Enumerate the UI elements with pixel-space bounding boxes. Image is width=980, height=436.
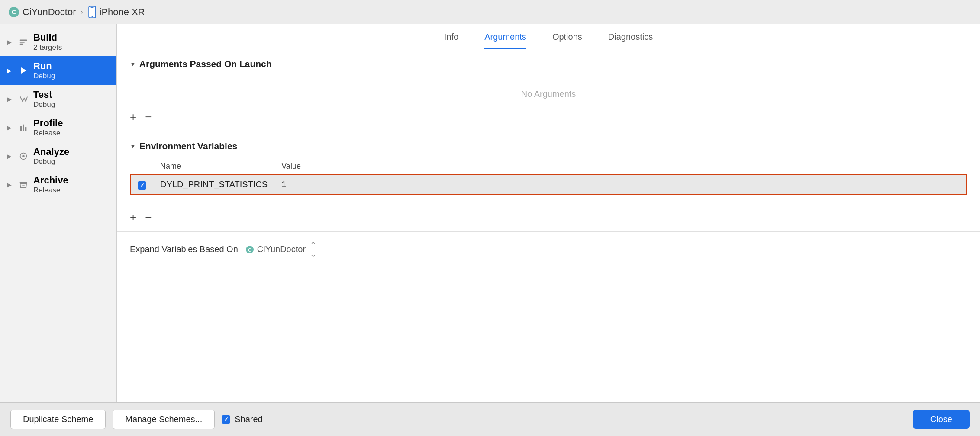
run-label: Run: [33, 61, 55, 72]
col-name-header: Name: [153, 158, 274, 175]
sidebar-item-test[interactable]: ▶ Test Debug: [0, 85, 116, 113]
arguments-remove-btn[interactable]: −: [145, 111, 152, 122]
env-remove-btn[interactable]: −: [145, 212, 152, 223]
row-name: DYLD_PRINT_STATISTICS: [160, 180, 268, 189]
sidebar-item-profile[interactable]: ▶ Profile Release: [0, 113, 116, 142]
tab-arguments[interactable]: Arguments: [484, 32, 526, 49]
shared-area: Shared: [222, 414, 263, 424]
breadcrumb-chevron: ›: [81, 7, 83, 16]
tab-info[interactable]: Info: [444, 32, 458, 49]
run-arrow: ▶: [7, 67, 12, 74]
analyze-icon: [18, 151, 29, 162]
project-name: CiYunDoctor: [23, 6, 76, 18]
footer-left: Duplicate Scheme Manage Schemes... Share…: [10, 410, 263, 429]
duplicate-scheme-btn[interactable]: Duplicate Scheme: [10, 410, 106, 429]
sidebar-item-run[interactable]: ▶ Run Debug: [0, 56, 116, 85]
table-row[interactable]: DYLD_PRINT_STATISTICS 1: [130, 175, 967, 195]
test-sublabel: Debug: [33, 100, 55, 109]
device-selector[interactable]: iPhone XR: [87, 6, 145, 18]
svg-rect-11: [25, 127, 27, 131]
archive-arrow: ▶: [7, 181, 12, 188]
analyze-sublabel: Debug: [33, 157, 69, 166]
svg-rect-3: [90, 7, 93, 7]
env-table: Name Value DYLD_PRINT_S: [130, 158, 967, 195]
col-value-header: Value: [274, 158, 361, 175]
shared-label: Shared: [235, 414, 263, 424]
env-table-wrapper: Name Value DYLD_PRINT_S: [117, 158, 980, 199]
build-arrow: ▶: [7, 38, 12, 45]
row-name-cell: DYLD_PRINT_STATISTICS: [153, 175, 274, 195]
test-arrow: ▶: [7, 96, 12, 103]
expand-dropdown-value: CiYunDoctor: [257, 244, 306, 254]
expand-label: Expand Variables Based On: [130, 244, 238, 254]
col-checkbox: [130, 158, 153, 175]
profile-sublabel: Release: [33, 129, 63, 138]
row-value-cell: 1: [274, 175, 361, 195]
svg-point-4: [91, 16, 93, 17]
project-icon: C: [8, 6, 20, 18]
svg-text:C: C: [248, 247, 251, 253]
top-bar: C CiYunDoctor › iPhone XR: [0, 0, 980, 24]
right-panel: Info Arguments Options Diagnostics ▼ Arg…: [117, 24, 980, 402]
run-icon: [18, 65, 29, 76]
svg-rect-5: [20, 40, 27, 41]
arguments-toggle[interactable]: ▼: [130, 61, 136, 67]
col-extra: [361, 158, 967, 175]
sidebar: ▶ Build 2 targets ▶ Run: [0, 24, 117, 402]
tab-bar: Info Arguments Options Diagnostics: [117, 24, 980, 49]
env-controls: + −: [117, 208, 980, 231]
analyze-info: Analyze Debug: [33, 146, 69, 166]
arguments-header: ▼ Arguments Passed On Launch: [117, 49, 980, 76]
iphone-icon: [87, 6, 97, 18]
tab-diagnostics[interactable]: Diagnostics: [608, 32, 653, 49]
run-sublabel: Debug: [33, 72, 55, 80]
svg-rect-9: [20, 126, 22, 131]
arguments-add-btn[interactable]: +: [130, 111, 136, 122]
expand-bar: Expand Variables Based On C CiYunDoctor …: [117, 232, 980, 267]
profile-label: Profile: [33, 118, 63, 129]
row-checkbox-cell: [130, 175, 153, 195]
test-info: Test Debug: [33, 89, 55, 109]
env-header: ▼ Environment Variables: [117, 131, 980, 158]
build-sublabel: 2 targets: [33, 43, 62, 52]
arguments-controls: + −: [117, 108, 980, 131]
env-toggle[interactable]: ▼: [130, 143, 136, 150]
env-section: ▼ Environment Variables Name Value: [117, 131, 980, 232]
build-icon: [18, 36, 29, 48]
svg-rect-7: [20, 44, 23, 45]
no-args-text: No Arguments: [117, 76, 980, 108]
env-add-btn[interactable]: +: [130, 212, 136, 223]
build-info: Build 2 targets: [33, 32, 62, 52]
svg-rect-6: [20, 42, 25, 43]
sidebar-item-build[interactable]: ▶ Build 2 targets: [0, 28, 116, 56]
close-btn[interactable]: Close: [913, 410, 970, 429]
row-checkbox[interactable]: [138, 181, 146, 190]
profile-arrow: ▶: [7, 124, 12, 131]
sidebar-item-analyze[interactable]: ▶ Analyze Debug: [0, 142, 116, 170]
main-content: ▶ Build 2 targets ▶ Run: [0, 24, 980, 402]
analyze-label: Analyze: [33, 146, 69, 157]
arguments-title: Arguments Passed On Launch: [139, 59, 272, 69]
test-icon: [18, 93, 29, 105]
svg-text:C: C: [12, 9, 16, 16]
env-title: Environment Variables: [139, 141, 237, 151]
profile-icon: [18, 122, 29, 133]
panel-content: ▼ Arguments Passed On Launch No Argument…: [117, 49, 980, 402]
expand-dropdown[interactable]: C CiYunDoctor ⌃⌄: [245, 240, 316, 259]
footer: Duplicate Scheme Manage Schemes... Share…: [0, 402, 980, 436]
row-extra-cell: [361, 175, 967, 195]
row-value: 1: [281, 180, 286, 189]
test-label: Test: [33, 89, 55, 100]
sidebar-item-archive[interactable]: ▶ Archive Release: [0, 170, 116, 199]
tab-options[interactable]: Options: [552, 32, 582, 49]
arguments-section: ▼ Arguments Passed On Launch No Argument…: [117, 49, 980, 131]
archive-sublabel: Release: [33, 186, 68, 195]
manage-schemes-btn[interactable]: Manage Schemes...: [113, 410, 215, 429]
archive-label: Archive: [33, 175, 68, 186]
run-info: Run Debug: [33, 61, 55, 80]
project-dropdown-icon: C: [245, 245, 255, 254]
shared-checkbox[interactable]: [222, 415, 230, 424]
svg-point-13: [22, 155, 25, 157]
build-label: Build: [33, 32, 62, 43]
expand-dropdown-chevron: ⌃⌄: [310, 240, 316, 259]
